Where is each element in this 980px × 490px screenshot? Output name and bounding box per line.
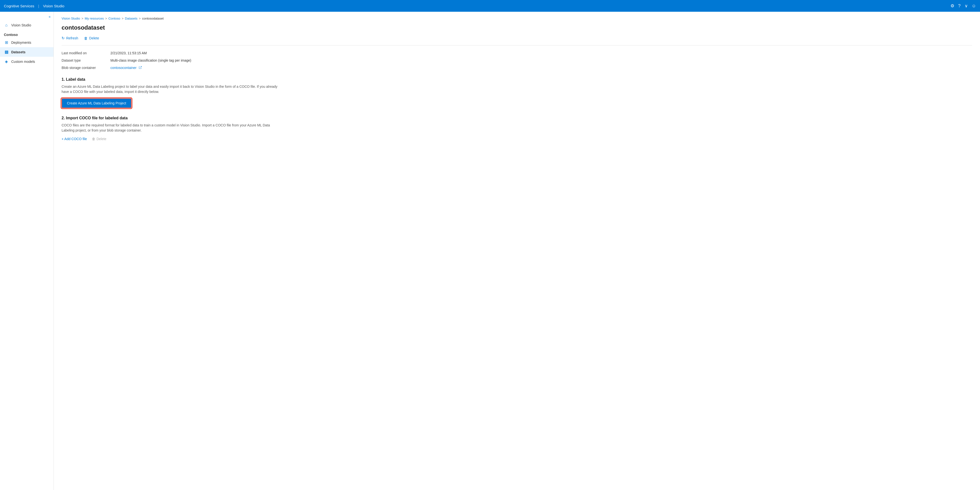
custom-models-icon: ◈	[4, 59, 9, 64]
sidebar-item-vision-studio[interactable]: ⌂ Vision Studio	[0, 21, 54, 30]
sidebar-label-custom-models: Custom models	[11, 60, 35, 64]
datasets-icon: ▤	[4, 49, 9, 54]
sidebar-label-vision-studio: Vision Studio	[11, 23, 31, 27]
section-import-coco: 2. Import COCO file for labeled data COC…	[62, 116, 972, 141]
section-description-label-data: Create an Azure ML Data Labeling project…	[62, 84, 282, 94]
section-number-2: 2.	[62, 116, 66, 120]
title-separator: |	[38, 4, 39, 8]
breadcrumb-contoso[interactable]: Contoso	[108, 17, 120, 20]
refresh-button[interactable]: ↻ Refresh	[62, 35, 78, 41]
external-link-icon[interactable]	[138, 66, 142, 70]
main-layout: « ⌂ Vision Studio Contoso ⊞ Deployments …	[0, 12, 980, 490]
breadcrumb-sep-3: >	[122, 17, 123, 20]
sidebar: « ⌂ Vision Studio Contoso ⊞ Deployments …	[0, 12, 54, 490]
info-label-dataset-type: Dataset type	[62, 58, 110, 63]
section-title-label-data: 1. Label data	[62, 77, 972, 81]
breadcrumb-sep-4: >	[139, 17, 140, 20]
breadcrumb-sep-2: >	[105, 17, 107, 20]
refresh-label: Refresh	[66, 36, 78, 40]
breadcrumb-vision-studio[interactable]: Vision Studio	[62, 17, 80, 20]
breadcrumb-sep-1: >	[82, 17, 83, 20]
breadcrumb: Vision Studio > My resources > Contoso >…	[62, 17, 972, 20]
breadcrumb-datasets[interactable]: Datasets	[125, 17, 137, 20]
info-grid: Last modified on 2/21/2023, 11:53:15 AM …	[62, 50, 972, 70]
chevron-down-icon[interactable]: ∨	[965, 3, 968, 8]
home-icon: ⌂	[4, 23, 9, 27]
trash-icon-disabled: 🗑	[92, 137, 95, 141]
sidebar-item-custom-models[interactable]: ◈ Custom models	[0, 57, 54, 66]
section-number-1: 1.	[62, 77, 66, 81]
sidebar-item-deployments[interactable]: ⊞ Deployments	[0, 38, 54, 47]
help-icon[interactable]: ?	[958, 3, 961, 8]
info-value-blob-container: contosocontainer	[110, 65, 972, 70]
sidebar-label-deployments: Deployments	[11, 41, 31, 45]
sidebar-section-contoso: Contoso	[0, 30, 54, 38]
sidebar-label-datasets: Datasets	[11, 50, 25, 54]
section-label-data: 1. Label data Create an Azure ML Data La…	[62, 77, 972, 108]
info-label-modified: Last modified on	[62, 50, 110, 56]
blob-container-link[interactable]: contosocontainer	[110, 66, 137, 70]
top-bar: Cognitive Services | Vision Studio ⚙ ? ∨…	[0, 0, 980, 12]
delete-icon: 🗑	[84, 36, 88, 40]
section-title-import-coco: 2. Import COCO file for labeled data	[62, 116, 972, 120]
settings-icon[interactable]: ⚙	[950, 3, 955, 8]
page-title: contosodataset	[62, 24, 972, 31]
section-description-import-coco: COCO files are the required format for l…	[62, 123, 282, 133]
user-icon[interactable]: ☺	[972, 3, 976, 8]
breadcrumb-current: contosodataset	[142, 17, 164, 20]
coco-delete-button-disabled: 🗑 Delete	[92, 137, 106, 141]
toolbar: ↻ Refresh 🗑 Delete	[62, 35, 972, 45]
delete-button[interactable]: 🗑 Delete	[84, 35, 99, 41]
add-coco-file-button[interactable]: + Add COCO file	[62, 137, 87, 141]
content-area: Vision Studio > My resources > Contoso >…	[54, 12, 980, 490]
sidebar-collapse-button[interactable]: «	[0, 14, 54, 21]
refresh-icon: ↻	[62, 36, 65, 40]
info-label-blob-container: Blob storage container	[62, 65, 110, 70]
info-value-modified: 2/21/2023, 11:53:15 AM	[110, 50, 972, 56]
deployments-icon: ⊞	[4, 40, 9, 45]
product-name: Vision Studio	[43, 4, 64, 8]
info-value-dataset-type: Multi-class image classification (single…	[110, 58, 972, 63]
sidebar-item-datasets[interactable]: ▤ Datasets	[0, 47, 54, 57]
breadcrumb-my-resources[interactable]: My resources	[85, 17, 104, 20]
coco-action-row: + Add COCO file 🗑 Delete	[62, 137, 972, 141]
app-title-area: Cognitive Services | Vision Studio	[4, 4, 64, 8]
top-bar-actions: ⚙ ? ∨ ☺	[950, 3, 976, 8]
app-name: Cognitive Services	[4, 4, 34, 8]
create-labeling-project-button[interactable]: Create Azure ML Data Labeling Project	[62, 98, 132, 108]
delete-label: Delete	[89, 36, 99, 40]
